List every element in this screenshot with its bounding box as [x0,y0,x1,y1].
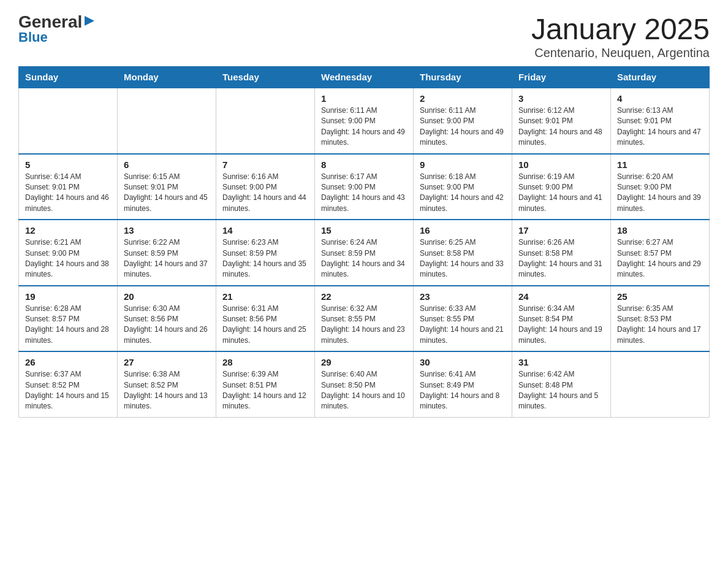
calendar-cell: 22Sunrise: 6:32 AMSunset: 8:55 PMDayligh… [315,286,414,352]
day-number: 8 [321,159,407,170]
calendar-cell: 8Sunrise: 6:17 AMSunset: 9:00 PMDaylight… [315,154,414,220]
logo-triangle-icon [83,15,96,27]
day-info: Sunrise: 6:28 AMSunset: 8:57 PMDaylight:… [25,304,111,347]
day-info: Sunrise: 6:33 AMSunset: 8:55 PMDaylight:… [420,304,506,347]
calendar-cell: 21Sunrise: 6:31 AMSunset: 8:56 PMDayligh… [216,286,315,352]
day-number: 27 [124,357,210,367]
header-wednesday: Wednesday [315,67,414,88]
calendar-table: SundayMondayTuesdayWednesdayThursdayFrid… [18,66,710,418]
day-number: 6 [124,159,210,170]
day-info: Sunrise: 6:42 AMSunset: 8:48 PMDaylight:… [518,369,604,412]
day-info: Sunrise: 6:41 AMSunset: 8:49 PMDaylight:… [420,369,506,412]
day-info: Sunrise: 6:31 AMSunset: 8:56 PMDaylight:… [222,304,308,347]
day-info: Sunrise: 6:35 AMSunset: 8:53 PMDaylight:… [617,304,703,347]
calendar-cell: 2Sunrise: 6:11 AMSunset: 9:00 PMDaylight… [414,88,512,154]
day-number: 18 [617,225,703,236]
calendar-week-3: 19Sunrise: 6:28 AMSunset: 8:57 PMDayligh… [19,286,710,352]
calendar-cell [118,88,216,154]
day-info: Sunrise: 6:23 AMSunset: 8:59 PMDaylight:… [222,237,308,280]
calendar-cell: 20Sunrise: 6:30 AMSunset: 8:56 PMDayligh… [118,286,216,352]
calendar-cell: 30Sunrise: 6:41 AMSunset: 8:49 PMDayligh… [414,351,512,417]
day-number: 20 [124,291,210,302]
page-subtitle: Centenario, Neuquen, Argentina [531,46,710,60]
header-monday: Monday [118,67,216,88]
calendar-cell: 10Sunrise: 6:19 AMSunset: 9:00 PMDayligh… [512,154,611,220]
calendar-cell: 7Sunrise: 6:16 AMSunset: 9:00 PMDaylight… [216,154,315,220]
title-block: January 2025 Centenario, Neuquen, Argent… [531,12,710,60]
page-title: January 2025 [531,12,710,46]
day-info: Sunrise: 6:30 AMSunset: 8:56 PMDaylight:… [124,304,210,347]
day-info: Sunrise: 6:39 AMSunset: 8:51 PMDaylight:… [222,369,308,412]
day-number: 16 [420,225,506,236]
day-number: 15 [321,225,407,236]
day-info: Sunrise: 6:40 AMSunset: 8:50 PMDaylight:… [321,369,407,412]
day-number: 22 [321,291,407,302]
calendar-cell: 5Sunrise: 6:14 AMSunset: 9:01 PMDaylight… [19,154,118,220]
calendar-cell: 14Sunrise: 6:23 AMSunset: 8:59 PMDayligh… [216,220,315,286]
day-info: Sunrise: 6:24 AMSunset: 8:59 PMDaylight:… [321,237,407,280]
day-number: 30 [420,357,506,367]
day-info: Sunrise: 6:20 AMSunset: 9:00 PMDaylight:… [617,172,703,215]
day-number: 17 [518,225,604,236]
day-info: Sunrise: 6:25 AMSunset: 8:58 PMDaylight:… [420,237,506,280]
day-info: Sunrise: 6:27 AMSunset: 8:57 PMDaylight:… [617,237,703,280]
calendar-cell: 19Sunrise: 6:28 AMSunset: 8:57 PMDayligh… [19,286,118,352]
calendar-cell: 24Sunrise: 6:34 AMSunset: 8:54 PMDayligh… [512,286,611,352]
day-number: 9 [420,159,506,170]
calendar-cell: 27Sunrise: 6:38 AMSunset: 8:52 PMDayligh… [118,351,216,417]
day-number: 19 [25,291,111,302]
day-info: Sunrise: 6:16 AMSunset: 9:00 PMDaylight:… [222,172,308,215]
day-number: 28 [222,357,308,367]
day-info: Sunrise: 6:22 AMSunset: 8:59 PMDaylight:… [124,237,210,280]
calendar-cell: 26Sunrise: 6:37 AMSunset: 8:52 PMDayligh… [19,351,118,417]
day-number: 10 [518,159,604,170]
day-number: 29 [321,357,407,367]
day-info: Sunrise: 6:11 AMSunset: 9:00 PMDaylight:… [420,105,506,148]
calendar-cell: 18Sunrise: 6:27 AMSunset: 8:57 PMDayligh… [611,220,710,286]
day-info: Sunrise: 6:19 AMSunset: 9:00 PMDaylight:… [518,172,604,215]
day-info: Sunrise: 6:14 AMSunset: 9:01 PMDaylight:… [25,172,111,215]
day-number: 23 [420,291,506,302]
calendar-cell: 1Sunrise: 6:11 AMSunset: 9:00 PMDaylight… [315,88,414,154]
calendar-week-0: 1Sunrise: 6:11 AMSunset: 9:00 PMDaylight… [19,88,710,154]
calendar-cell: 6Sunrise: 6:15 AMSunset: 9:01 PMDaylight… [118,154,216,220]
calendar-cell: 3Sunrise: 6:12 AMSunset: 9:01 PMDaylight… [512,88,611,154]
header-sunday: Sunday [19,67,118,88]
day-info: Sunrise: 6:32 AMSunset: 8:55 PMDaylight:… [321,304,407,347]
day-info: Sunrise: 6:12 AMSunset: 9:01 PMDaylight:… [518,105,604,148]
header-tuesday: Tuesday [216,67,315,88]
day-info: Sunrise: 6:26 AMSunset: 8:58 PMDaylight:… [518,237,604,280]
calendar-week-2: 12Sunrise: 6:21 AMSunset: 9:00 PMDayligh… [19,220,710,286]
day-number: 1 [321,93,407,104]
day-number: 24 [518,291,604,302]
day-number: 2 [420,93,506,104]
calendar-cell: 28Sunrise: 6:39 AMSunset: 8:51 PMDayligh… [216,351,315,417]
calendar-cell: 12Sunrise: 6:21 AMSunset: 9:00 PMDayligh… [19,220,118,286]
calendar-cell [19,88,118,154]
header-thursday: Thursday [414,67,512,88]
calendar-week-4: 26Sunrise: 6:37 AMSunset: 8:52 PMDayligh… [19,351,710,417]
calendar-cell: 23Sunrise: 6:33 AMSunset: 8:55 PMDayligh… [414,286,512,352]
day-number: 3 [518,93,604,104]
calendar-cell: 13Sunrise: 6:22 AMSunset: 8:59 PMDayligh… [118,220,216,286]
logo: General Blue [18,12,96,45]
calendar-cell: 31Sunrise: 6:42 AMSunset: 8:48 PMDayligh… [512,351,611,417]
page-header: General Blue January 2025 Centenario, Ne… [18,12,710,60]
calendar-cell: 25Sunrise: 6:35 AMSunset: 8:53 PMDayligh… [611,286,710,352]
day-info: Sunrise: 6:34 AMSunset: 8:54 PMDaylight:… [518,304,604,347]
calendar-cell: 4Sunrise: 6:13 AMSunset: 9:01 PMDaylight… [611,88,710,154]
day-info: Sunrise: 6:37 AMSunset: 8:52 PMDaylight:… [25,369,111,412]
day-info: Sunrise: 6:13 AMSunset: 9:01 PMDaylight:… [617,105,703,148]
day-info: Sunrise: 6:21 AMSunset: 9:00 PMDaylight:… [25,237,111,280]
calendar-week-1: 5Sunrise: 6:14 AMSunset: 9:01 PMDaylight… [19,154,710,220]
day-number: 14 [222,225,308,236]
calendar-cell: 16Sunrise: 6:25 AMSunset: 8:58 PMDayligh… [414,220,512,286]
calendar-header-row: SundayMondayTuesdayWednesdayThursdayFrid… [19,67,710,88]
calendar-cell: 15Sunrise: 6:24 AMSunset: 8:59 PMDayligh… [315,220,414,286]
day-number: 12 [25,225,111,236]
day-info: Sunrise: 6:18 AMSunset: 9:00 PMDaylight:… [420,172,506,215]
calendar-cell: 17Sunrise: 6:26 AMSunset: 8:58 PMDayligh… [512,220,611,286]
day-number: 25 [617,291,703,302]
day-number: 26 [25,357,111,367]
day-info: Sunrise: 6:15 AMSunset: 9:01 PMDaylight:… [124,172,210,215]
